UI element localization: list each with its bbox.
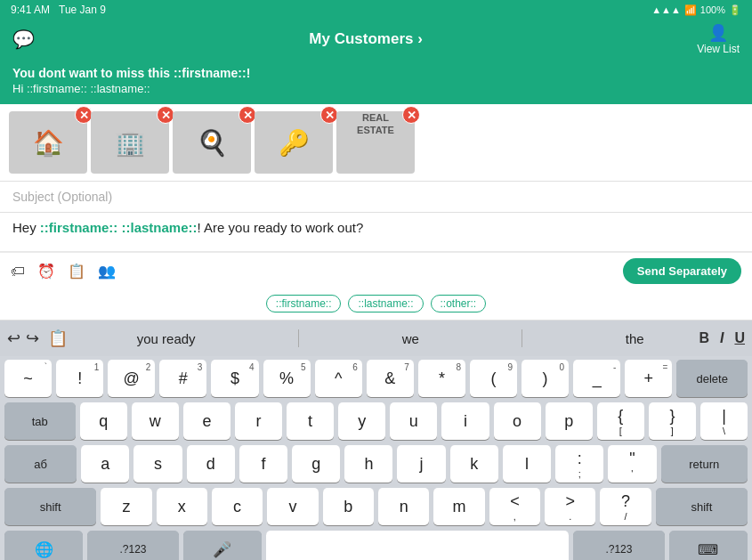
key-quote[interactable]: "'	[608, 445, 656, 483]
key-b[interactable]: b	[323, 488, 374, 525]
key-rparen[interactable]: 0)	[522, 360, 569, 397]
image-thumb-4[interactable]: ✕	[255, 111, 333, 174]
key-x[interactable]: x	[157, 488, 207, 525]
key-l[interactable]: l	[503, 445, 551, 483]
format-buttons: B I U	[699, 330, 745, 346]
key-m[interactable]: m	[433, 488, 484, 525]
key-p[interactable]: p	[546, 402, 593, 440]
key-tilde[interactable]: ` ~	[4, 360, 52, 397]
key-star[interactable]: 8*	[418, 360, 465, 397]
suggestion-3[interactable]: the	[619, 329, 651, 348]
clock-icon[interactable]: ⏰	[37, 263, 55, 280]
view-list-label[interactable]: View List	[697, 43, 740, 55]
key-excl[interactable]: 1!	[56, 360, 103, 397]
key-dollar[interactable]: 4$	[211, 360, 258, 397]
key-underscore[interactable]: -_	[573, 360, 620, 397]
shift-key-left[interactable]: shift	[4, 488, 96, 525]
key-g[interactable]: g	[292, 445, 340, 483]
tag-icon[interactable]: 🏷	[11, 264, 25, 280]
bottom-row: 🌐 .?123 🎤 .?123 ⌨	[0, 527, 752, 560]
key-o[interactable]: o	[494, 402, 541, 440]
key-n[interactable]: n	[378, 488, 429, 525]
keyboard-dismiss-key[interactable]: ⌨	[669, 531, 748, 560]
image-thumb-2[interactable]: ✕	[91, 111, 169, 174]
return-key[interactable]: return	[661, 445, 748, 483]
key-lbracket[interactable]: {[	[597, 402, 644, 440]
key-s[interactable]: s	[133, 445, 182, 483]
nav-left[interactable]: 💬	[12, 28, 35, 50]
key-q[interactable]: q	[80, 402, 127, 440]
bold-button[interactable]: B	[699, 330, 709, 346]
nav-right[interactable]: 👤 View List	[697, 23, 740, 55]
num-key-right[interactable]: .?123	[573, 531, 664, 560]
chip-lastname[interactable]: ::lastname::	[348, 295, 423, 312]
body-tag-firstname: ::firstname::	[40, 220, 118, 235]
key-y[interactable]: y	[338, 402, 385, 440]
italic-button[interactable]: I	[720, 330, 724, 346]
key-pipe[interactable]: |\	[700, 402, 748, 440]
key-j[interactable]: j	[397, 445, 445, 483]
suggestion-bar: ↩ ↪ 📋 you ready we the B I U	[0, 321, 752, 356]
message-header: You dont want to miss this ::firstname::…	[0, 59, 752, 104]
tab-key[interactable]: tab	[4, 402, 76, 440]
chip-other[interactable]: ::other::	[431, 295, 487, 312]
remove-image-3[interactable]: ✕	[239, 106, 256, 124]
remove-image-4[interactable]: ✕	[320, 106, 338, 124]
key-amp[interactable]: 7&	[367, 360, 414, 397]
globe-key[interactable]: 🌐	[4, 531, 83, 560]
chip-firstname[interactable]: ::firstname::	[266, 295, 342, 312]
key-period[interactable]: >.	[545, 488, 595, 525]
image-thumb-3[interactable]: ✕	[173, 111, 251, 174]
delete-key[interactable]: delete	[676, 360, 748, 397]
key-r[interactable]: r	[235, 402, 282, 440]
key-hash[interactable]: 3#	[159, 360, 206, 397]
key-question[interactable]: ?/	[600, 488, 651, 525]
key-v[interactable]: v	[267, 488, 318, 525]
back-icon[interactable]: 💬	[12, 28, 35, 50]
clipboard-button[interactable]: 📋	[48, 329, 68, 348]
key-a[interactable]: a	[81, 445, 129, 483]
key-comma[interactable]: <,	[489, 488, 540, 525]
remove-image-1[interactable]: ✕	[75, 106, 93, 124]
subject-placeholder: Subject (Optional)	[12, 190, 112, 204]
remove-image-2[interactable]: ✕	[157, 106, 174, 124]
suggestion-2[interactable]: we	[395, 329, 426, 348]
redo-button[interactable]: ↪	[26, 329, 39, 348]
group-icon[interactable]: 👥	[98, 263, 116, 280]
key-at[interactable]: 2@	[108, 360, 155, 397]
send-separately-button[interactable]: Send Separately	[623, 258, 741, 284]
key-rbracket[interactable]: }]	[649, 402, 696, 440]
suggestions-group: you ready we the	[82, 329, 699, 348]
space-key[interactable]	[266, 531, 569, 560]
key-pct[interactable]: 5%	[263, 360, 311, 397]
key-i[interactable]: i	[441, 402, 489, 440]
abc-key[interactable]: аб	[4, 445, 77, 483]
image-thumb-5[interactable]: REALESTATE ✕	[336, 111, 415, 174]
undo-button[interactable]: ↩	[7, 329, 20, 348]
mic-key[interactable]: 🎤	[183, 531, 262, 560]
key-k[interactable]: k	[450, 445, 498, 483]
image-thumb-1[interactable]: ✕	[9, 111, 87, 174]
key-d[interactable]: d	[187, 445, 235, 483]
key-h[interactable]: h	[344, 445, 392, 483]
key-e[interactable]: e	[183, 402, 230, 440]
copy-icon[interactable]: 📋	[68, 263, 85, 280]
shift-key-right[interactable]: shift	[656, 488, 748, 525]
key-w[interactable]: w	[132, 402, 179, 440]
num-key-left[interactable]: .?123	[87, 531, 178, 560]
key-c[interactable]: c	[212, 488, 263, 525]
key-z[interactable]: z	[101, 488, 151, 525]
key-u[interactable]: u	[390, 402, 437, 440]
body-area[interactable]: Hey ::firstname:: ::lastname::! Are you …	[0, 213, 752, 252]
underline-button[interactable]: U	[734, 330, 745, 346]
status-time: 9:41 AM	[11, 4, 50, 16]
key-plus[interactable]: =+	[625, 360, 672, 397]
key-caret[interactable]: 6^	[315, 360, 362, 397]
key-t[interactable]: t	[287, 402, 334, 440]
key-f[interactable]: f	[239, 445, 287, 483]
suggestion-1[interactable]: you ready	[130, 329, 203, 348]
key-semicolon[interactable]: :;	[555, 445, 603, 483]
remove-image-5[interactable]: ✕	[402, 106, 420, 124]
subject-field[interactable]: Subject (Optional)	[0, 181, 752, 213]
key-lparen[interactable]: 9(	[470, 360, 517, 397]
